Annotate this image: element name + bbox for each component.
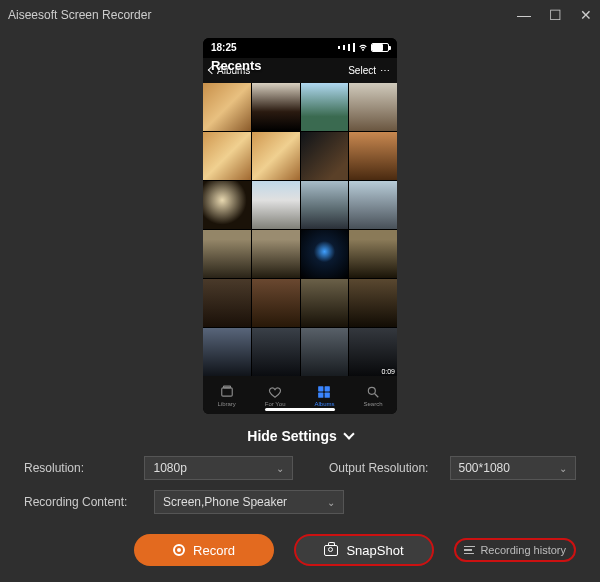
recording-history-label: Recording history (480, 544, 566, 556)
more-icon[interactable]: ⋯ (380, 65, 391, 76)
foryou-icon (267, 385, 283, 399)
chevron-down-icon (343, 428, 354, 439)
record-icon (173, 544, 185, 556)
chevron-down-icon: ⌄ (559, 463, 567, 474)
maximize-button[interactable]: ☐ (549, 7, 562, 23)
chevron-down-icon: ⌄ (327, 497, 335, 508)
photo-thumb[interactable] (349, 83, 397, 131)
photo-thumb[interactable] (203, 83, 251, 131)
phone-album-title: Recents (211, 58, 262, 73)
window-title: Aiseesoft Screen Recorder (8, 8, 151, 22)
photo-thumb[interactable] (349, 230, 397, 278)
camera-icon (324, 545, 338, 556)
record-button[interactable]: Record (134, 534, 274, 566)
wifi-icon (358, 43, 368, 53)
photo-thumb[interactable] (252, 181, 300, 229)
phone-select-button[interactable]: Select (348, 65, 376, 76)
titlebar: Aiseesoft Screen Recorder — ☐ ✕ (0, 0, 600, 30)
photo-thumb[interactable] (301, 230, 349, 278)
phone-screen: 18:25 Albums Select ⋯ Recents (203, 38, 397, 414)
photo-thumb[interactable] (252, 83, 300, 131)
photo-thumb[interactable] (203, 230, 251, 278)
photo-thumb[interactable] (203, 279, 251, 327)
output-resolution-select[interactable]: 500*1080 ⌄ (450, 456, 576, 480)
snapshot-button[interactable]: SnapShot (294, 534, 434, 566)
tab-label: Library (217, 401, 235, 407)
recording-content-label: Recording Content: (24, 495, 142, 509)
phone-preview-area: 18:25 Albums Select ⋯ Recents (0, 30, 600, 420)
tab-search[interactable]: Search (363, 385, 382, 407)
svg-rect-0 (221, 388, 232, 396)
video-thumb[interactable]: 0:09 (349, 328, 397, 376)
svg-point-6 (368, 388, 375, 395)
resolution-label: Resolution: (24, 461, 132, 475)
tab-label: Albums (314, 401, 334, 407)
photo-thumb[interactable] (252, 230, 300, 278)
tab-foryou[interactable]: For You (265, 385, 286, 407)
svg-rect-5 (325, 393, 330, 398)
resolution-select[interactable]: 1080p ⌄ (144, 456, 293, 480)
svg-rect-3 (325, 387, 330, 392)
photo-thumb[interactable] (349, 132, 397, 180)
tab-library[interactable]: Library (217, 385, 235, 407)
albums-icon (316, 385, 332, 399)
photo-thumb[interactable] (252, 328, 300, 376)
phone-statusbar: 18:25 (203, 38, 397, 58)
photo-thumb[interactable] (349, 181, 397, 229)
home-indicator (265, 408, 335, 411)
snapshot-label: SnapShot (346, 543, 403, 558)
photo-thumb[interactable] (301, 132, 349, 180)
svg-rect-4 (319, 393, 324, 398)
output-resolution-label: Output Resolution: (329, 461, 437, 475)
photo-thumb[interactable] (301, 328, 349, 376)
settings-panel: Resolution: 1080p ⌄ Output Resolution: 5… (0, 456, 600, 514)
photo-thumb[interactable] (301, 279, 349, 327)
phone-status-icons (338, 43, 389, 53)
action-bar: Record SnapShot Recording history (0, 524, 600, 582)
photo-thumb[interactable] (203, 132, 251, 180)
output-resolution-value: 500*1080 (459, 461, 510, 475)
svg-rect-1 (223, 387, 230, 389)
recording-history-button[interactable]: Recording history (454, 538, 576, 562)
minimize-button[interactable]: — (517, 7, 531, 23)
tab-albums[interactable]: Albums (314, 385, 334, 407)
tab-label: Search (363, 401, 382, 407)
svg-rect-2 (319, 387, 324, 392)
photo-thumb[interactable] (349, 279, 397, 327)
photo-thumb[interactable] (252, 132, 300, 180)
recording-content-value: Screen,Phone Speaker (163, 495, 287, 509)
battery-icon (371, 43, 389, 52)
tab-label: For You (265, 401, 286, 407)
photo-thumb[interactable] (203, 181, 251, 229)
library-icon (219, 385, 235, 399)
list-icon (464, 546, 475, 555)
photo-thumb[interactable] (301, 83, 349, 131)
record-label: Record (193, 543, 235, 558)
hide-settings-toggle[interactable]: Hide Settings (0, 420, 600, 456)
chevron-down-icon: ⌄ (276, 463, 284, 474)
video-duration: 0:09 (381, 368, 395, 375)
search-icon (365, 385, 381, 399)
photo-thumb[interactable] (301, 181, 349, 229)
window-controls: — ☐ ✕ (517, 7, 592, 23)
recording-content-select[interactable]: Screen,Phone Speaker ⌄ (154, 490, 344, 514)
photo-thumb[interactable] (252, 279, 300, 327)
resolution-value: 1080p (153, 461, 186, 475)
photo-thumb[interactable] (203, 328, 251, 376)
photo-grid[interactable]: 0:09 (203, 83, 397, 376)
phone-time: 18:25 (211, 42, 237, 53)
close-button[interactable]: ✕ (580, 7, 592, 23)
hide-settings-label: Hide Settings (247, 428, 336, 444)
svg-line-7 (375, 394, 379, 398)
